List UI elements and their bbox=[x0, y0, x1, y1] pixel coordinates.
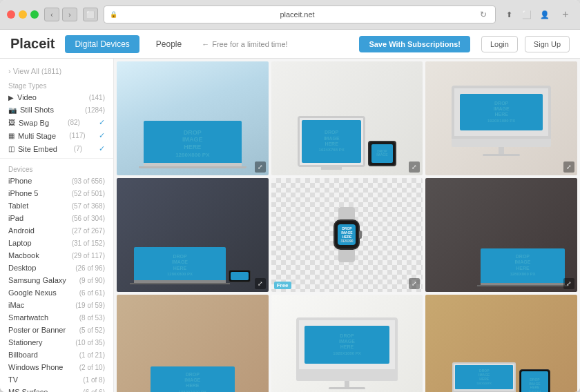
sidebar-item-stationery[interactable]: Stationery (10 of 35) bbox=[0, 336, 113, 349]
tab-people[interactable]: People bbox=[146, 35, 191, 53]
desktop-label: Desktop bbox=[8, 264, 36, 272]
ipad-count: (56 of 304) bbox=[72, 215, 105, 222]
macbook-count: (29 of 117) bbox=[72, 252, 105, 259]
expand-icon-2[interactable]: ⤢ bbox=[409, 161, 420, 173]
login-button[interactable]: Login bbox=[481, 36, 518, 52]
imac-label: iMac bbox=[8, 301, 24, 309]
address-bar[interactable]: 🔒 placeit.net ↻ bbox=[104, 6, 496, 23]
sidebar-item-swap-bg[interactable]: 🖼 Swap Bg (82) ✓ bbox=[0, 116, 113, 129]
tile-overlay-4: ⤢ bbox=[255, 278, 266, 289]
minimize-traffic-light[interactable] bbox=[19, 10, 27, 19]
forward-button[interactable]: › bbox=[62, 8, 77, 21]
grid-item-3[interactable]: DROPIMAGEHERE1920x1080 px ⤢ bbox=[425, 61, 577, 175]
free-tag-5: Free bbox=[274, 282, 291, 289]
browser-titlebar: ‹ › ⬜ 🔒 placeit.net ↻ ⬆ ⬜ 👤 + bbox=[0, 0, 580, 30]
grid-item-4[interactable]: DROPIMAGEHERE1280x800 px bbox=[117, 178, 269, 292]
sidebar-item-still-shots[interactable]: 📷 Still Shots (1284) bbox=[0, 104, 113, 116]
sidebar-item-video[interactable]: ▶ Video (141) bbox=[0, 91, 113, 104]
multi-stage-count: (117) bbox=[69, 132, 85, 139]
share-button[interactable]: ⬆ bbox=[501, 8, 516, 21]
expand-icon-5[interactable]: ⤢ bbox=[409, 278, 420, 289]
swap-icon: 🖼 bbox=[8, 119, 15, 126]
embed-check: ✓ bbox=[99, 144, 105, 153]
sidebar-item-tv[interactable]: TV (1 of 8) bbox=[0, 373, 113, 386]
ms-surface-label: MS Surface bbox=[8, 388, 48, 392]
sidebar-item-macbook[interactable]: Macbook (29 of 117) bbox=[0, 249, 113, 262]
close-traffic-light[interactable] bbox=[7, 10, 15, 19]
grid-item-5[interactable]: DROPIMAGEHERE312x390 Free ⤢ bbox=[271, 178, 423, 292]
subscribe-button[interactable]: Save With Subscriptions! bbox=[359, 36, 470, 52]
browser-window: ‹ › ⬜ 🔒 placeit.net ↻ ⬆ ⬜ 👤 + Placeit Di… bbox=[0, 0, 580, 392]
url-text: placeit.net bbox=[120, 10, 474, 19]
sidebar-item-iphone[interactable]: iPhone (93 of 656) bbox=[0, 175, 113, 187]
sidebar: › View All (1811) Stage Types ▶ Video (1… bbox=[0, 59, 114, 392]
poster-count: (5 of 52) bbox=[79, 326, 105, 334]
page-content: Placeit Digital Devices People Free for … bbox=[0, 30, 580, 392]
expand-icon-6[interactable]: ⤢ bbox=[563, 278, 574, 289]
drop-label-6: DROPIMAGEHERE1280x800 px bbox=[510, 254, 535, 277]
sidebar-item-ipad[interactable]: iPad (56 of 304) bbox=[0, 212, 113, 224]
multi-stage-label: Multi Stage bbox=[18, 132, 56, 140]
refresh-button[interactable]: ↻ bbox=[477, 8, 490, 21]
site-embed-label: Site Embed bbox=[18, 145, 57, 153]
sidebar-item-samsung[interactable]: Samsung Galaxy (9 of 90) bbox=[0, 274, 113, 286]
tile-overlay-5: ⤢ bbox=[409, 278, 420, 289]
sidebar-item-billboard[interactable]: Billboard (1 of 21) bbox=[0, 349, 113, 361]
grid-item-1[interactable]: DROPIMAGEHERE1280x800 px ⤢ bbox=[117, 61, 269, 175]
camera-icon: 📷 bbox=[8, 106, 17, 114]
video-icon: ▶ bbox=[8, 94, 14, 101]
tile-overlay-2: ⤢ bbox=[409, 161, 420, 173]
sidebar-item-windows-phone[interactable]: Windows Phone (2 of 10) bbox=[0, 361, 113, 373]
grid-item-2[interactable]: DROPIMAGEHERE1024x768 px DROPIMAGE bbox=[271, 61, 423, 175]
sidebar-item-iphone5[interactable]: iPhone 5 (52 of 501) bbox=[0, 187, 113, 199]
stage-types-label: Stage Types bbox=[0, 78, 113, 91]
iphone-count: (93 of 656) bbox=[72, 177, 105, 185]
poster-label: Poster or Banner bbox=[8, 326, 66, 334]
drop-label-9a: DROPIMAGEHERE500x500px bbox=[477, 369, 492, 386]
window-button[interactable]: ⬜ bbox=[83, 8, 98, 21]
windows-phone-count: (2 of 10) bbox=[79, 364, 105, 371]
view-all-count: (1811) bbox=[41, 68, 61, 75]
tab-digital-devices[interactable]: Digital Devices bbox=[65, 35, 139, 53]
drop-label-1: DROPIMAGEHERE1280x800 px bbox=[175, 129, 209, 159]
view-all-label: › View All bbox=[8, 67, 39, 75]
sidebar-item-ms-surface[interactable]: MS Surface (6 of 6) bbox=[0, 386, 113, 392]
sidebar-item-poster[interactable]: Poster or Banner (5 of 52) bbox=[0, 324, 113, 336]
signup-button[interactable]: Sign Up bbox=[525, 36, 570, 52]
main-layout: › View All (1811) Stage Types ▶ Video (1… bbox=[0, 59, 580, 392]
multi-check: ✓ bbox=[99, 131, 105, 140]
sidebar-item-android[interactable]: Android (27 of 267) bbox=[0, 224, 113, 237]
laptop-label: Laptop bbox=[8, 239, 32, 247]
multi-icon: ▦ bbox=[8, 132, 14, 139]
tv-label: TV bbox=[8, 375, 18, 384]
maximize-traffic-light[interactable] bbox=[30, 10, 39, 19]
sidebar-item-imac[interactable]: iMac (19 of 59) bbox=[0, 299, 113, 311]
duplicate-button[interactable]: ⬜ bbox=[519, 8, 534, 21]
grid-item-6[interactable]: DROPIMAGEHERE1280x800 px ⤢ bbox=[425, 178, 577, 292]
sidebar-item-laptop[interactable]: Laptop (31 of 152) bbox=[0, 237, 113, 249]
embed-icon: ◫ bbox=[8, 145, 14, 153]
top-nav: Placeit Digital Devices People Free for … bbox=[0, 30, 580, 59]
grid-item-7[interactable]: DROPIMAGEHERE1080x1920 px ⤢ bbox=[117, 295, 269, 393]
drop-label-3: DROPIMAGEHERE1920x1080 px bbox=[487, 101, 515, 124]
sidebar-item-smartwatch[interactable]: Smartwatch (8 of 53) bbox=[0, 311, 113, 324]
sidebar-item-nexus[interactable]: Google Nexus (6 of 61) bbox=[0, 286, 113, 299]
grid-item-9[interactable]: DROPIMAGEHERE500x500px bbox=[425, 295, 577, 393]
swap-bg-label: Swap Bg bbox=[19, 119, 49, 127]
expand-icon-3[interactable]: ⤢ bbox=[563, 161, 574, 173]
add-tab-button[interactable]: + bbox=[558, 8, 573, 21]
view-all-item[interactable]: › View All (1811) bbox=[0, 64, 113, 78]
macbook-label: Macbook bbox=[8, 251, 39, 259]
expand-icon-4[interactable]: ⤢ bbox=[255, 278, 266, 289]
back-button[interactable]: ‹ bbox=[44, 8, 59, 21]
sidebar-item-multi-stage[interactable]: ▦ Multi Stage (117) ✓ bbox=[0, 129, 113, 142]
sidebar-item-site-embed[interactable]: ◫ Site Embed (7) ✓ bbox=[0, 142, 113, 155]
ipad-label: iPad bbox=[8, 214, 23, 222]
stationery-label: Stationery bbox=[8, 338, 43, 346]
profile-button[interactable]: 👤 bbox=[537, 8, 552, 21]
sidebar-item-desktop[interactable]: Desktop (26 of 96) bbox=[0, 262, 113, 274]
expand-icon-1[interactable]: ⤢ bbox=[255, 161, 266, 173]
tablet-count: (57 of 368) bbox=[72, 202, 105, 210]
sidebar-item-tablet[interactable]: Tablet (57 of 368) bbox=[0, 199, 113, 212]
grid-item-8[interactable]: DROPIMAGEHERE1920x1080 px ⤢ bbox=[271, 295, 423, 393]
